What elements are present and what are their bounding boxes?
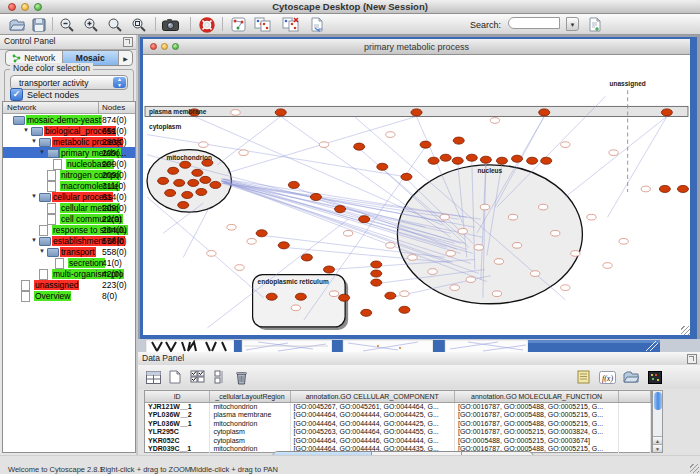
network-close-button[interactable] [150,43,157,50]
attribute-table-header[interactable]: ID_cellularLayoutRegionannotation.GO CEL… [145,391,651,403]
tree-item[interactable]: cell communicat22(0) [3,213,135,224]
table-scrollbar-thumb[interactable] [654,392,662,410]
network-zoom-button[interactable] [172,43,179,50]
network-minimize-button[interactable] [161,43,168,50]
zoom-in-icon[interactable] [82,16,99,33]
attribute-table-icon[interactable] [144,368,162,386]
tree-item[interactable]: secretion41(0) [3,257,135,268]
scroll-up-button[interactable]: ▲ [653,436,662,444]
zoom-selected-icon[interactable] [106,16,123,33]
disclosure-arrow-icon[interactable]: ▼ [31,237,37,244]
tab-network-label: Network [24,53,55,63]
network-from-selected-icon[interactable] [254,16,271,33]
node-selected [295,293,306,300]
column-header[interactable]: annotation.GO CELLULAR_COMPONENT [291,391,455,402]
delete-attribute-icon[interactable] [232,368,250,386]
edge [183,207,209,257]
tree-item-count: 311(0) [102,181,126,191]
column-header[interactable]: annotation.GO MOLECULAR_FUNCTION [455,391,619,402]
node-selected [480,156,491,163]
table-row[interactable]: YPL036W__2plasma membrane[GO:0044464, GO… [145,411,651,419]
table-scrollbar[interactable]: ▲ ▼ [652,390,663,453]
scroll-down-button[interactable]: ▼ [653,444,662,452]
region-label: mitochondrion [166,154,212,161]
network-tab-icon [12,54,21,63]
search-input[interactable] [508,17,560,29]
tree-rows: mosaic-demo-yeast874(0)▼biological_proce… [3,114,135,301]
disclosure-arrow-icon[interactable]: ▼ [39,149,45,156]
select-nodes-checkbox[interactable]: ✓ [10,88,23,101]
tree-item[interactable]: multi-organism pro42(0) [3,268,135,279]
import-annotation-icon[interactable] [308,16,325,33]
node-unselected [474,245,483,251]
tree-item[interactable]: unassigned223(0) [3,279,135,290]
column-header[interactable] [619,391,651,402]
attribute-table[interactable]: ID_cellularLayoutRegionannotation.GO CEL… [144,390,652,453]
tree-item[interactable]: ▼transport558(0) [3,246,135,257]
network-window-resize-grip[interactable] [681,326,690,335]
window-title: Cytoscape Desktop (New Session) [0,0,700,14]
disclosure-arrow-icon[interactable]: ▼ [31,193,37,200]
help-lifesaver-icon[interactable] [198,16,215,33]
tree-item[interactable]: mosaic-demo-yeast874(0) [3,114,135,125]
zoom-window-button[interactable] [34,3,42,11]
node-unselected [490,118,499,124]
minimize-window-button[interactable] [21,3,29,11]
network-window[interactable]: primary metabolic process plasma membran… [140,37,697,339]
matrix-icon[interactable] [646,368,664,386]
zoom-out-icon[interactable] [58,16,75,33]
network-window-titlebar[interactable]: primary metabolic process [143,39,690,55]
tree-item[interactable]: ▼cellular process614(0) [3,191,135,202]
disclosure-arrow-icon[interactable]: ▼ [23,127,29,134]
tree-item[interactable]: nucleobase-209(0) [3,158,135,169]
background-windows-strip [138,339,700,352]
tree-item[interactable]: macromolecule311(0) [3,180,135,191]
tree-item[interactable]: cellular metabo209(0) [3,202,135,213]
tree-item-count: 651(0) [102,126,127,136]
open-file-icon[interactable] [8,16,25,33]
node-unselected [480,204,489,210]
open-attributes-icon[interactable] [622,368,640,386]
node-unselected [587,214,596,220]
zoom-fit-icon[interactable] [130,16,147,33]
table-cell: YPL036W__2 [145,411,210,419]
notes-icon[interactable] [574,368,592,386]
data-panel-float-icon[interactable] [687,354,697,364]
close-window-button[interactable] [8,3,16,11]
save-icon[interactable] [30,16,47,33]
tree-item[interactable]: ▼metabolic process280(0) [3,136,135,147]
column-header[interactable]: _cellularLayoutRegion [210,391,290,402]
tree-item[interactable]: nitrogen compo209(0) [3,169,135,180]
network-canvas[interactable]: plasma membranecytoplasmmitochondrionnuc… [143,56,690,335]
new-attribute-icon[interactable] [166,368,184,386]
table-row[interactable]: YPL036W__1mitochondrion[GO:0044464, GO:0… [145,420,651,428]
tab-overflow-arrow[interactable]: ▶ [119,51,132,65]
float-panel-icon[interactable] [123,37,133,47]
tree-item[interactable]: ▼biological_process651(0) [3,125,135,136]
disclosure-arrow-icon[interactable]: ▼ [31,138,37,145]
disclosure-arrow-icon[interactable]: ▼ [39,248,45,255]
table-row[interactable]: YKR052Ccytoplasm[GO:0044464, GO:0044446,… [145,437,651,445]
table-row[interactable]: YJR121W__1mitochondrion[GO:0045267, GO:0… [145,403,651,411]
tree-item[interactable]: Overview8(0) [3,290,135,301]
attribute-batch-icon[interactable] [210,368,228,386]
app-resize-grip[interactable] [690,464,699,473]
tree-item[interactable]: response to stimulu264(0) [3,224,135,235]
network-icon[interactable] [230,16,247,33]
table-row[interactable]: YLR295Ccytoplasm[GO:0045263, GO:0044464,… [145,428,651,436]
tree-item-count: 264(0) [102,225,127,235]
node-unselected [450,285,459,291]
table-cell: [GO:0044464, GO:0044444, GO:0044425, G..… [291,420,455,428]
destroy-network-icon[interactable] [282,16,299,33]
tree-item[interactable]: ▼establishment of lo558(0) [3,235,135,246]
search-dropdown-arrow[interactable]: ▼ [566,17,579,31]
column-header[interactable]: ID [145,391,210,402]
function-builder-icon[interactable]: f(x) [598,368,616,386]
tree-item[interactable]: ▼primary metabo209(... [3,147,135,158]
add-page-icon[interactable] [586,16,603,33]
snapshot-camera-icon[interactable] [162,16,179,33]
status-pan-hint: Middle-click + drag to PAN [190,465,278,474]
status-bar: Welcome to Cytoscape 2.8.1 Right-click +… [0,455,700,474]
table-cell [619,403,651,411]
select-attributes-icon[interactable] [188,368,206,386]
